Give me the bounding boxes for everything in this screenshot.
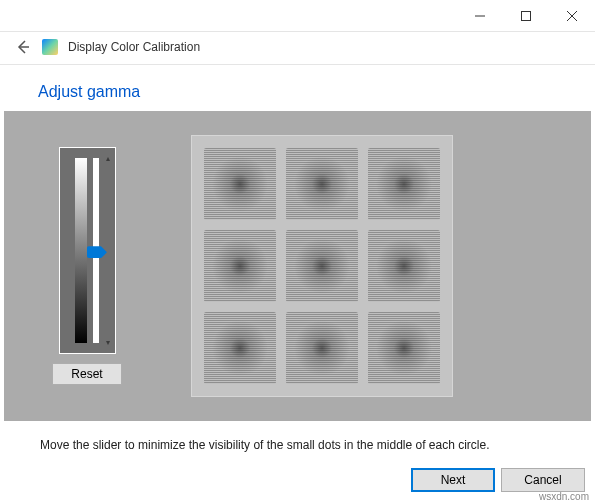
close-button[interactable] bbox=[549, 0, 595, 31]
slider-track bbox=[93, 158, 99, 343]
triangle-down-icon: ▾ bbox=[106, 338, 110, 347]
gamma-slider[interactable]: ▴ ▾ bbox=[60, 148, 115, 353]
gamma-slider-group: ▴ ▾ Reset bbox=[52, 148, 122, 385]
svg-rect-1 bbox=[522, 11, 531, 20]
back-arrow-icon bbox=[14, 38, 32, 56]
cancel-button[interactable]: Cancel bbox=[501, 468, 585, 492]
gamma-dot bbox=[286, 148, 358, 220]
gamma-dot bbox=[204, 148, 276, 220]
gradient-strip bbox=[75, 158, 87, 343]
app-icon bbox=[42, 39, 58, 55]
gamma-dot bbox=[204, 230, 276, 302]
gamma-dot bbox=[368, 230, 440, 302]
calibration-canvas: ▴ ▾ Reset bbox=[4, 111, 591, 421]
gamma-dot bbox=[368, 148, 440, 220]
maximize-icon bbox=[521, 11, 531, 21]
instruction-text: Move the slider to minimize the visibili… bbox=[40, 438, 490, 452]
slider-thumb[interactable] bbox=[87, 246, 107, 258]
reset-button[interactable]: Reset bbox=[52, 363, 122, 385]
header: Display Color Calibration bbox=[0, 32, 595, 65]
titlebar bbox=[0, 0, 595, 32]
gamma-dot bbox=[286, 230, 358, 302]
watermark: wsxdn.com bbox=[539, 491, 589, 502]
gamma-dot bbox=[286, 312, 358, 384]
back-button[interactable] bbox=[14, 38, 32, 56]
step-title: Adjust gamma bbox=[0, 65, 595, 111]
minimize-icon bbox=[475, 11, 485, 21]
window-title: Display Color Calibration bbox=[68, 40, 200, 54]
gamma-preview-grid bbox=[192, 136, 452, 396]
close-icon bbox=[567, 11, 577, 21]
next-button[interactable]: Next bbox=[411, 468, 495, 492]
gamma-dot bbox=[368, 312, 440, 384]
gamma-dot bbox=[204, 312, 276, 384]
triangle-up-icon: ▴ bbox=[106, 154, 110, 163]
maximize-button[interactable] bbox=[503, 0, 549, 31]
footer-buttons: Next Cancel bbox=[411, 468, 585, 492]
minimize-button[interactable] bbox=[457, 0, 503, 31]
